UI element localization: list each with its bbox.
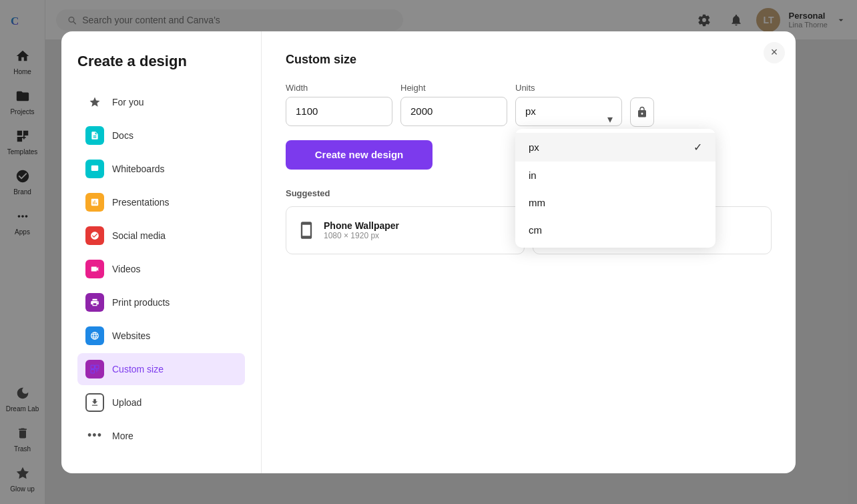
- menu-label-whiteboards: Whiteboards: [112, 164, 165, 174]
- modal-title: Create a design: [77, 53, 245, 70]
- modal-menu-list: For you Docs Whiteboards Presentations: [77, 86, 245, 452]
- menu-label-websites: Websites: [112, 330, 150, 341]
- suggestion-dims-phone: 1080 × 1920 px: [324, 231, 399, 240]
- lock-icon: [636, 106, 648, 118]
- for-you-icon: [85, 93, 104, 111]
- menu-item-print-products[interactable]: Print products: [77, 286, 245, 318]
- dropdown-option-cm[interactable]: cm: [515, 216, 716, 244]
- video-icon: [85, 260, 104, 278]
- width-label: Width: [286, 83, 392, 93]
- menu-label-docs: Docs: [112, 130, 133, 141]
- suggestion-info-phone: Phone Wallpaper 1080 × 1920 px: [324, 220, 399, 240]
- upload-icon: [85, 393, 104, 412]
- custom-size-title: Custom size: [286, 53, 772, 67]
- units-group: Units px in mm cm ▾: [515, 83, 622, 126]
- more-icon: •••: [85, 427, 104, 445]
- svg-rect-2: [91, 365, 94, 368]
- dropdown-option-in[interactable]: in: [515, 162, 716, 189]
- menu-item-presentations[interactable]: Presentations: [77, 186, 245, 218]
- menu-label-for-you: For you: [112, 97, 144, 107]
- menu-item-social-media[interactable]: Social media: [77, 220, 245, 252]
- modal-right-panel: × Custom size Width Height Units px in m…: [262, 31, 796, 473]
- dropdown-option-mm[interactable]: mm: [515, 189, 716, 216]
- menu-label-more: More: [112, 431, 133, 441]
- units-select[interactable]: px in mm cm: [515, 97, 622, 126]
- dropdown-label-px: px: [529, 142, 539, 153]
- menu-item-upload[interactable]: Upload: [77, 387, 245, 419]
- svg-rect-1: [91, 165, 99, 170]
- dropdown-option-px[interactable]: px ✓: [515, 133, 716, 162]
- custom-size-icon: [85, 360, 104, 379]
- menu-label-videos: Videos: [112, 264, 141, 274]
- menu-item-whiteboards[interactable]: Whiteboards: [77, 153, 245, 185]
- lock-button[interactable]: [630, 97, 654, 127]
- whiteboards-icon: [85, 160, 104, 178]
- units-dropdown: px ✓ in mm cm: [515, 129, 716, 248]
- phone-icon: [297, 221, 316, 240]
- menu-label-custom-size: Custom size: [112, 364, 164, 374]
- svg-rect-3: [95, 365, 99, 368]
- height-label: Height: [400, 83, 507, 93]
- menu-label-upload: Upload: [112, 397, 141, 408]
- menu-item-more[interactable]: ••• More: [77, 420, 245, 452]
- social-icon: [85, 226, 104, 245]
- dropdown-label-in: in: [529, 170, 537, 181]
- dropdown-label-cm: cm: [529, 224, 542, 236]
- suggestion-phone-wallpaper[interactable]: Phone Wallpaper 1080 × 1920 px: [286, 206, 525, 254]
- menu-item-websites[interactable]: Websites: [77, 320, 245, 352]
- width-group: Width: [286, 83, 392, 126]
- docs-icon: [85, 126, 104, 145]
- units-label: Units: [515, 83, 622, 93]
- check-icon-px: ✓: [693, 141, 702, 154]
- menu-label-print-products: Print products: [112, 297, 170, 308]
- suggestion-name-phone: Phone Wallpaper: [324, 220, 399, 231]
- menu-item-videos[interactable]: Videos: [77, 253, 245, 285]
- presentations-icon: [85, 193, 104, 212]
- dimensions-row: Width Height Units px in mm cm ▾: [286, 83, 772, 127]
- svg-rect-4: [91, 369, 94, 372]
- width-input[interactable]: [286, 97, 392, 126]
- print-icon: [85, 293, 104, 312]
- menu-label-presentations: Presentations: [112, 197, 170, 208]
- menu-item-for-you[interactable]: For you: [77, 86, 245, 118]
- create-new-design-button[interactable]: Create new design: [286, 140, 433, 170]
- height-group: Height: [400, 83, 507, 126]
- create-design-modal: Create a design For you Docs Whiteboards: [61, 31, 796, 473]
- websites-icon: [85, 326, 104, 345]
- modal-left-panel: Create a design For you Docs Whiteboards: [61, 31, 262, 473]
- height-input[interactable]: [400, 97, 507, 126]
- menu-item-docs[interactable]: Docs: [77, 119, 245, 152]
- modal-close-button[interactable]: ×: [764, 42, 785, 63]
- menu-item-custom-size[interactable]: Custom size: [77, 353, 245, 385]
- menu-label-social-media: Social media: [112, 230, 166, 241]
- dropdown-label-mm: mm: [529, 197, 545, 208]
